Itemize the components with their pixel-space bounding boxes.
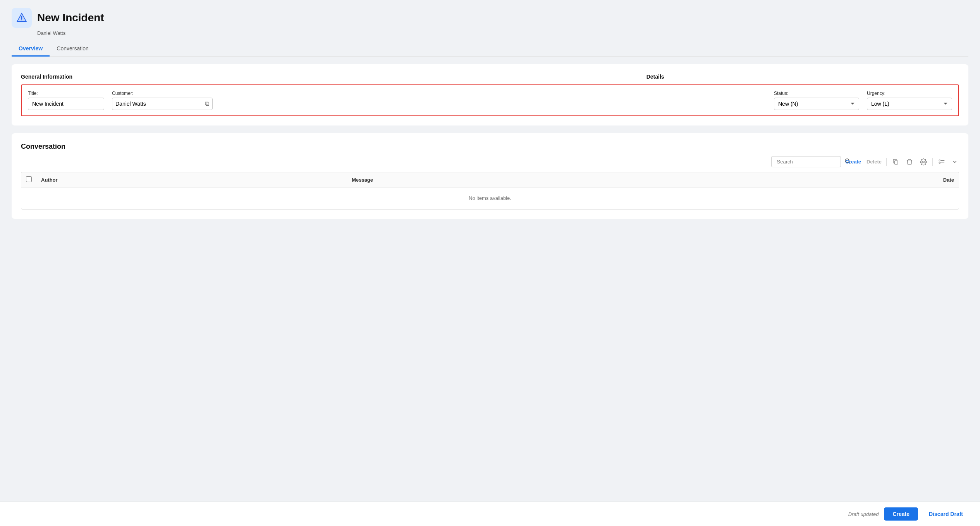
svg-point-4 — [923, 161, 925, 163]
copy-rows-button[interactable] — [891, 158, 901, 166]
discard-draft-button[interactable]: Discard Draft — [923, 507, 968, 521]
urgency-group: Urgency: Low (L) Medium (M) High (H) Cri… — [867, 91, 952, 110]
customer-label: Customer: — [112, 91, 213, 96]
page-subtitle: Daniel Watts — [37, 30, 968, 36]
bottom-create-button[interactable]: Create — [884, 507, 918, 521]
general-info-header: General Information — [21, 74, 334, 80]
title-label: Title: — [28, 91, 104, 96]
conversation-table-wrapper: Author Message Date No items available. — [21, 172, 959, 210]
view-options-button[interactable] — [937, 158, 947, 166]
status-select[interactable]: New (N) In Progress Resolved Closed — [774, 98, 859, 110]
empty-state-row: No items available. — [21, 187, 959, 209]
general-info-form: Title: Customer: ⧉ Status: New (N) In Pr… — [21, 84, 959, 116]
svg-point-0 — [21, 19, 22, 20]
search-wrapper — [771, 156, 841, 167]
conversation-title: Conversation — [21, 143, 959, 151]
conversation-table: Author Message Date No items available. — [21, 172, 959, 209]
toolbar-divider-1 — [886, 158, 887, 166]
message-column-header: Message — [347, 172, 715, 187]
expand-button[interactable] — [951, 158, 959, 165]
empty-state-message: No items available. — [21, 187, 959, 209]
bottom-bar: Draft updated Create Discard Draft — [0, 502, 980, 526]
svg-rect-3 — [894, 161, 898, 164]
urgency-select[interactable]: Low (L) Medium (M) High (H) Critical (C) — [867, 98, 952, 110]
customer-input-wrapper: ⧉ — [112, 98, 213, 110]
details-header: Details — [646, 74, 959, 80]
urgency-label: Urgency: — [867, 91, 952, 96]
delete-button[interactable]: Delete — [866, 157, 882, 166]
draft-status: Draft updated — [848, 511, 879, 517]
page-title: New Incident — [37, 12, 104, 24]
copy-icon[interactable]: ⧉ — [205, 100, 209, 107]
settings-button[interactable] — [918, 158, 928, 166]
title-group: Title: — [28, 91, 104, 110]
tab-bar: Overview Conversation — [12, 41, 968, 57]
incident-icon — [12, 8, 32, 28]
status-group: Status: New (N) In Progress Resolved Clo… — [774, 91, 859, 110]
title-input[interactable] — [28, 98, 104, 110]
toolbar-divider-2 — [932, 158, 933, 166]
delete-rows-button[interactable] — [904, 158, 915, 166]
svg-rect-6 — [939, 162, 940, 163]
general-info-card: General Information Details Title: Custo… — [12, 64, 968, 125]
conversation-card: Conversation Create Delete — [12, 133, 968, 219]
status-label: Status: — [774, 91, 859, 96]
search-input[interactable] — [775, 156, 844, 167]
select-all-header — [21, 172, 36, 187]
author-column-header: Author — [36, 172, 347, 187]
svg-rect-5 — [939, 160, 940, 161]
select-all-checkbox[interactable] — [26, 176, 32, 182]
tab-overview[interactable]: Overview — [12, 41, 50, 57]
create-button[interactable]: Create — [845, 157, 862, 166]
date-column-header: Date — [715, 172, 959, 187]
customer-group: Customer: ⧉ — [112, 91, 213, 110]
tab-conversation[interactable]: Conversation — [50, 41, 96, 57]
customer-input[interactable] — [112, 98, 205, 110]
conversation-toolbar: Create Delete — [21, 156, 959, 167]
